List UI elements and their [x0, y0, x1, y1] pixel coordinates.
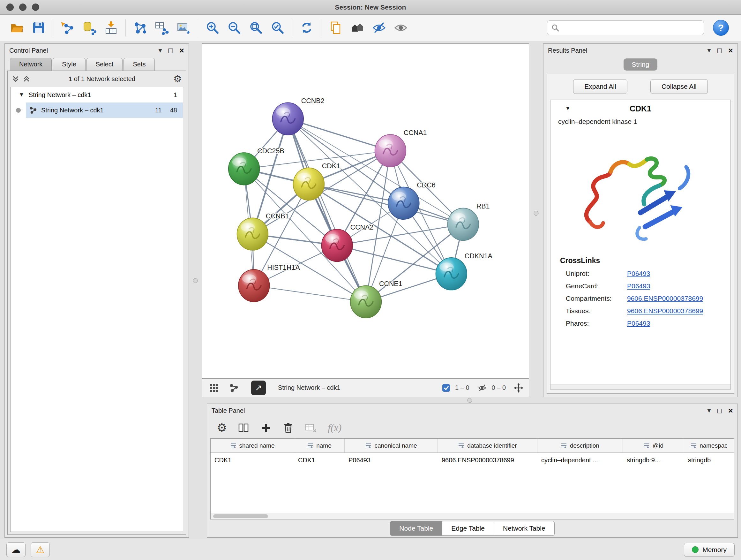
columns-icon[interactable]: [238, 422, 249, 434]
close-panel-button[interactable]: ×: [728, 46, 733, 56]
collapse-triangle-icon[interactable]: ▼: [19, 91, 24, 98]
tab-style[interactable]: Style: [53, 58, 85, 71]
pan-move-icon[interactable]: [514, 383, 524, 393]
results-splitter[interactable]: [529, 44, 543, 397]
new-network-button[interactable]: [131, 18, 149, 37]
table-cell[interactable]: CDK1: [294, 453, 345, 468]
network-node-cdc6[interactable]: [388, 187, 419, 219]
cloud-button[interactable]: ☁: [6, 543, 25, 557]
memory-button[interactable]: Memory: [684, 543, 735, 557]
birds-eye-view-button[interactable]: [207, 381, 221, 395]
function-builder-icon[interactable]: f(x): [328, 422, 341, 434]
collapse-all-button[interactable]: Collapse All: [650, 79, 708, 94]
network-node-ccnb2[interactable]: [272, 103, 304, 135]
apply-layout-button[interactable]: [297, 18, 316, 37]
column-header-description[interactable]: description: [537, 439, 623, 452]
network-edge[interactable]: [337, 246, 451, 274]
network-node-ccnb1[interactable]: [237, 218, 268, 250]
close-panel-button[interactable]: ×: [728, 406, 733, 416]
network-node-cdc25b[interactable]: [228, 152, 260, 185]
search-input[interactable]: [562, 24, 700, 32]
network-node-cdkn1a[interactable]: [435, 258, 467, 290]
float-panel-button[interactable]: ◻: [168, 46, 174, 55]
import-network-from-database-button[interactable]: [80, 18, 98, 37]
delete-table-icon[interactable]: [305, 422, 317, 433]
network-edge[interactable]: [288, 119, 390, 151]
save-session-button[interactable]: [29, 18, 48, 37]
scrollbar-thumb[interactable]: [213, 514, 268, 518]
crosslink-link[interactable]: 9606.ENSP00000378699: [627, 295, 703, 302]
tab-network[interactable]: Network: [10, 58, 52, 71]
expand-all-button[interactable]: Expand All: [573, 79, 627, 94]
panel-menu-button[interactable]: ▾: [708, 407, 711, 415]
expand-all-icon[interactable]: [22, 75, 30, 83]
column-header-canonical-name[interactable]: canonical name: [345, 439, 438, 452]
section-collapse-icon[interactable]: ▼: [565, 105, 570, 112]
network-node-cdk1[interactable]: [293, 168, 325, 200]
add-icon[interactable]: [260, 422, 272, 434]
close-window-button[interactable]: [6, 3, 14, 11]
network-view-share-button[interactable]: [227, 381, 241, 395]
table-cell[interactable]: stringdb:9...: [623, 453, 684, 468]
tab-node-table[interactable]: Node Table: [390, 521, 442, 536]
float-panel-button[interactable]: ◻: [717, 407, 723, 415]
show-hidden-button[interactable]: [392, 18, 410, 37]
selected-checkbox-icon[interactable]: [442, 383, 451, 392]
table-cell[interactable]: cyclin–dependent ...: [537, 453, 623, 468]
network-node-rb1[interactable]: [448, 208, 479, 240]
zoom-in-button[interactable]: [203, 18, 222, 37]
string-tab-badge[interactable]: String: [623, 58, 658, 71]
table-row[interactable]: CDK1CDK1P064939606.ENSP00000378699cyclin…: [211, 453, 734, 468]
annotations-button[interactable]: [327, 18, 345, 37]
search-box[interactable]: [547, 20, 704, 35]
column-header-shared-name[interactable]: shared name: [211, 439, 294, 452]
column-header-database-identifier[interactable]: database identifier: [438, 439, 537, 452]
home-views-button[interactable]: [348, 18, 367, 37]
table-gear-icon[interactable]: ⚙: [217, 422, 227, 434]
network-node-ccna2[interactable]: [321, 229, 353, 261]
export-view-button[interactable]: ↗: [251, 381, 266, 395]
splitter-handle[interactable]: [468, 398, 472, 402]
warnings-button[interactable]: ⚠: [30, 543, 50, 557]
help-button[interactable]: ?: [713, 20, 729, 36]
panel-menu-button[interactable]: ▾: [158, 46, 162, 55]
zoom-out-button[interactable]: [225, 18, 244, 37]
tab-select[interactable]: Select: [86, 58, 123, 71]
protein-section-header[interactable]: ▼ CDK1: [550, 100, 731, 117]
panel-menu-button[interactable]: ▾: [708, 46, 711, 55]
table-cell[interactable]: P06493: [345, 453, 438, 468]
zoom-window-button[interactable]: [32, 3, 39, 11]
network-row[interactable]: String Network – cdk1 11 48: [10, 103, 183, 118]
network-graph[interactable]: CCNB2CCNA1CDC25BCDK1CDC6RB1CCNB1CCNA2CDK…: [202, 44, 529, 378]
selected-network-item[interactable]: String Network – cdk1 11 48: [26, 103, 183, 118]
network-node-ccne1[interactable]: [350, 286, 382, 318]
delete-icon[interactable]: [282, 422, 294, 434]
tab-edge-table[interactable]: Edge Table: [442, 521, 494, 536]
vertical-splitter[interactable]: [189, 44, 202, 538]
network-edge[interactable]: [288, 119, 366, 302]
minimize-window-button[interactable]: [19, 3, 26, 11]
table-cell[interactable]: stringdb: [684, 453, 734, 468]
zoom-selected-button[interactable]: [268, 18, 287, 37]
network-node-ccna1[interactable]: [375, 134, 406, 167]
crosslink-link[interactable]: P06493: [627, 320, 650, 327]
column-header-namespac[interactable]: namespac: [684, 439, 734, 452]
zoom-fit-button[interactable]: [247, 18, 265, 37]
network-node-hist1h1a[interactable]: [239, 269, 270, 302]
float-panel-button[interactable]: ◻: [717, 46, 723, 55]
crosslink-link[interactable]: 9606.ENSP00000378699: [627, 307, 703, 315]
tab-sets[interactable]: Sets: [124, 58, 155, 71]
collapse-all-icon[interactable]: [11, 75, 20, 83]
column-header-@id[interactable]: @id: [623, 439, 684, 452]
import-table-button[interactable]: [102, 18, 120, 37]
export-image-button[interactable]: [174, 18, 193, 37]
network-view[interactable]: CCNB2CCNA1CDC25BCDK1CDC6RB1CCNB1CCNA2CDK…: [202, 44, 529, 379]
horizontal-splitter[interactable]: [202, 397, 738, 403]
splitter-handle[interactable]: [193, 278, 198, 283]
network-collection-row[interactable]: ▼ String Network – cdk1 1: [10, 87, 183, 103]
open-session-button[interactable]: [8, 18, 26, 37]
new-network-from-table-button[interactable]: [152, 18, 171, 37]
gear-icon[interactable]: ⚙: [173, 74, 182, 84]
table-cell[interactable]: 9606.ENSP00000378699: [438, 453, 537, 468]
hide-selected-button[interactable]: [370, 18, 388, 37]
